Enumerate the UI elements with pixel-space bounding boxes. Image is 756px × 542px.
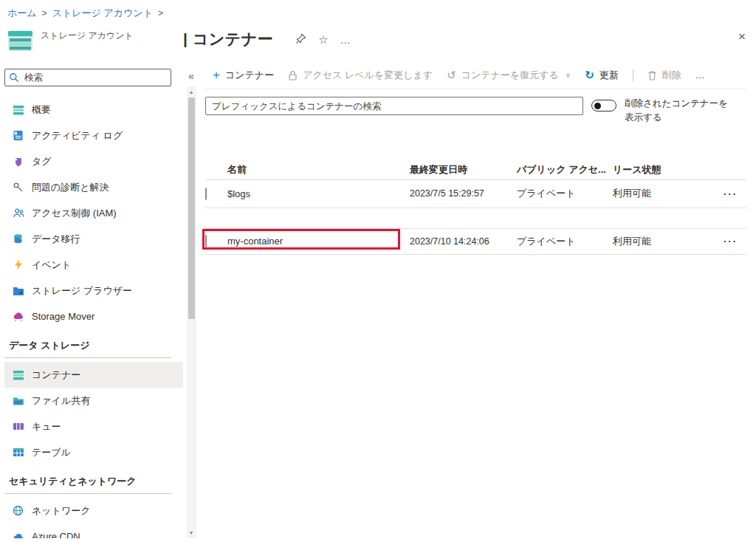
sidebar-item-label: Azure CDN: [32, 531, 80, 538]
toolbar-divider: [633, 69, 633, 81]
row-context-menu-icon[interactable]: ···: [724, 188, 746, 199]
sidebar-item-label: コンテナー: [32, 368, 80, 382]
sidebar-search-input[interactable]: [4, 69, 171, 86]
table-row-my-container[interactable]: my-container 2023/7/10 14:24:06 プライベート 利…: [205, 228, 746, 255]
row-context-menu-icon[interactable]: ···: [724, 236, 746, 247]
networking-globe-icon: [12, 505, 24, 516]
container-prefix-search-input[interactable]: [205, 97, 583, 115]
change-access-level-button[interactable]: アクセス レベルを変更します: [288, 69, 433, 82]
cdn-cloud-icon: [12, 532, 24, 539]
row-checkbox[interactable]: [205, 188, 207, 200]
lock-icon: [288, 70, 298, 80]
data-migration-icon: [12, 233, 24, 244]
sidebar-section-data-storage: データ ストレージ: [4, 329, 171, 358]
sidebar-item-tags[interactable]: タグ: [4, 148, 183, 174]
sidebar-item-file-shares[interactable]: ファイル共有: [4, 388, 183, 414]
column-header-modified[interactable]: 最終変更日時: [410, 163, 517, 176]
column-header-public-access[interactable]: パブリック アクセ...: [517, 163, 613, 176]
sidebar-item-label: ファイル共有: [32, 394, 90, 408]
scrollbar-thumb[interactable]: [188, 97, 195, 319]
scroll-down-icon[interactable]: ▼: [189, 527, 194, 538]
sidebar-item-overview[interactable]: 概要: [4, 97, 183, 123]
sidebar-item-queues[interactable]: キュー: [4, 414, 183, 439]
table-row-logs[interactable]: $logs 2023/7/5 15:29:57 プライベート 利用可能 ···: [205, 180, 746, 208]
sidebar-item-label: Storage Mover: [32, 311, 94, 322]
sidebar-item-label: データ移行: [32, 233, 80, 246]
title-more-icon[interactable]: …: [340, 34, 351, 46]
activity-log-icon: [12, 130, 24, 141]
blade-header: ストレージ アカウント | コンテナー ☆ … ×: [0, 20, 756, 61]
command-bar: + コンテナー アクセス レベルを変更します ↺ コンテナーを復元する ∨ ↻ …: [205, 61, 746, 89]
sidebar-item-label: ネットワーク: [32, 504, 91, 518]
restore-container-button[interactable]: ↺ コンテナーを復元する ∨: [447, 69, 571, 82]
delete-button[interactable]: 削除: [647, 69, 681, 82]
refresh-button[interactable]: ↻ 更新: [585, 69, 619, 82]
breadcrumb-home-link[interactable]: ホーム: [7, 7, 37, 18]
tables-icon: [12, 447, 24, 457]
sidebar-item-label: キュー: [32, 420, 61, 433]
toggle-knob: [594, 103, 601, 109]
favorite-star-icon[interactable]: ☆: [318, 33, 328, 47]
storage-account-icon: [7, 29, 34, 55]
sidebar-item-label: イベント: [32, 258, 71, 272]
sidebar-item-label: タグ: [32, 155, 52, 168]
sidebar-item-tables[interactable]: テーブル: [4, 439, 183, 465]
sidebar-item-azure-cdn[interactable]: Azure CDN: [4, 524, 183, 538]
chevron-down-icon: ∨: [566, 71, 571, 79]
sidebar-search: [4, 69, 171, 86]
refresh-label: 更新: [599, 69, 619, 82]
add-container-label: コンテナー: [225, 69, 274, 82]
show-deleted-toggle[interactable]: [591, 100, 616, 112]
row-gap: [205, 208, 746, 228]
sidebar-item-label: 概要: [32, 103, 51, 117]
sidebar-item-storage-browser[interactable]: ストレージ ブラウザー: [4, 278, 183, 303]
sidebar-item-label: アクティビティ ログ: [32, 129, 123, 143]
iam-people-icon: [12, 207, 24, 219]
breadcrumb-storage-accounts-link[interactable]: ストレージ アカウント: [52, 7, 153, 18]
lease-state: 利用可能: [613, 235, 724, 248]
overview-icon: [12, 105, 24, 115]
sidebar-item-label: アクセス制御 (IAM): [32, 207, 117, 220]
sidebar-item-networking[interactable]: ネットワーク: [4, 498, 183, 524]
sidebar-item-diagnose[interactable]: 問題の診断と解決: [4, 174, 183, 200]
container-name[interactable]: my-container: [227, 236, 410, 247]
storage-browser-icon: [12, 286, 24, 296]
queues-icon: [12, 422, 24, 431]
containers-blade: + コンテナー アクセス レベルを変更します ↺ コンテナーを復元する ∨ ↻ …: [199, 61, 756, 538]
diagnose-wrench-icon: [12, 182, 24, 193]
plus-icon: +: [213, 69, 220, 81]
page-title: | コンテナー: [183, 29, 273, 49]
search-icon: [9, 72, 19, 83]
sidebar-scrollbar[interactable]: ▲ ▼: [187, 86, 196, 538]
scroll-up-icon[interactable]: ▲: [189, 86, 194, 97]
sidebar-item-activity-log[interactable]: アクティビティ ログ: [4, 123, 183, 148]
pin-icon[interactable]: [295, 33, 306, 47]
public-access-level: プライベート: [517, 235, 613, 248]
events-lightning-icon: [12, 259, 24, 270]
column-header-name[interactable]: 名前: [227, 163, 410, 176]
delete-label: 削除: [662, 69, 681, 82]
breadcrumb-separator: >: [158, 8, 163, 18]
lease-state: 利用可能: [613, 187, 724, 200]
close-icon[interactable]: ×: [738, 30, 746, 43]
change-access-level-label: アクセス レベルを変更します: [303, 69, 433, 82]
filter-row: 削除されたコンテナーを 表示する: [205, 97, 746, 126]
containers-table: 名前 最終変更日時 パブリック アクセ... リース状態 $logs 2023/…: [205, 160, 746, 255]
sidebar-item-access-control[interactable]: アクセス制御 (IAM): [4, 200, 183, 226]
add-container-button[interactable]: + コンテナー: [213, 69, 274, 82]
table-header-row: 名前 最終変更日時 パブリック アクセ... リース状態: [205, 160, 746, 180]
show-deleted-toggle-label: 削除されたコンテナーを 表示する: [625, 97, 728, 126]
sidebar-collapse-icon[interactable]: «: [188, 70, 194, 82]
container-name[interactable]: $logs: [227, 188, 410, 199]
storage-mover-icon: [12, 312, 24, 322]
refresh-icon: ↻: [585, 69, 594, 82]
sidebar-item-data-migration[interactable]: データ移行: [4, 226, 183, 252]
sidebar-item-events[interactable]: イベント: [4, 252, 183, 278]
column-header-lease-state[interactable]: リース状態: [613, 163, 724, 176]
sidebar-item-storage-mover[interactable]: Storage Mover: [4, 303, 183, 329]
row-checkbox[interactable]: [205, 235, 207, 247]
sidebar-item-containers[interactable]: コンテナー: [4, 362, 183, 388]
toolbar-more-icon[interactable]: …: [695, 69, 706, 80]
title-actions: ☆ …: [295, 33, 351, 47]
last-modified: 2023/7/5 15:29:57: [410, 188, 517, 199]
